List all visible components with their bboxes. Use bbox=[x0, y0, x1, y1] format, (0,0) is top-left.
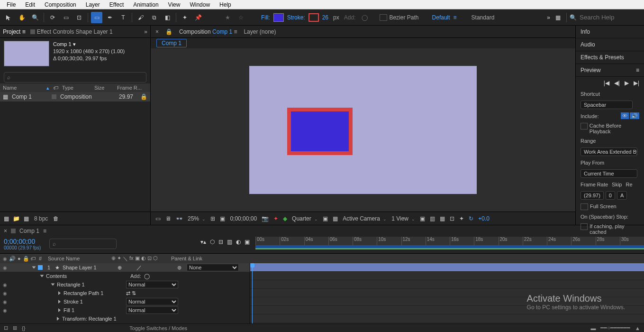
motion-blur-icon[interactable]: ◐ bbox=[236, 239, 241, 245]
camera-dropdown[interactable]: Active Camera bbox=[343, 215, 387, 222]
selection-tool-icon[interactable] bbox=[3, 12, 14, 23]
refresh-icon[interactable]: ↻ bbox=[469, 215, 473, 222]
magnify-icon[interactable]: ▭ bbox=[155, 215, 161, 222]
menu-edit[interactable]: Edit bbox=[20, 0, 40, 9]
time-ruler[interactable]: 00s02s04s06s08s10s12s14s16s18s20s22s24s2… bbox=[255, 237, 644, 245]
trash-icon[interactable]: 🗑 bbox=[53, 215, 59, 222]
mask-icon[interactable]: 👓 bbox=[176, 215, 183, 222]
layer-shape-layer-1[interactable]: 1 ★ Shape Layer 1 ⊕／ ⊚ None bbox=[0, 263, 250, 272]
new-folder-icon[interactable]: 📁 bbox=[13, 215, 20, 222]
lock-column-icon[interactable]: 🔒 bbox=[23, 256, 29, 262]
label-column-icon[interactable]: 🏷 bbox=[30, 256, 36, 261]
menu-animation[interactable]: Animation bbox=[128, 0, 163, 9]
project-item-comp1[interactable]: ▦ Comp 1 Composition 29.97 🔒 bbox=[0, 92, 150, 101]
clone-tool-icon[interactable]: ⧉ bbox=[148, 12, 160, 23]
panel-overflow-icon[interactable]: » bbox=[144, 28, 147, 35]
color-icon[interactable]: ◆ bbox=[283, 215, 287, 222]
timeline-tracks[interactable] bbox=[250, 263, 644, 323]
bpc-button[interactable]: 8 bpc bbox=[34, 215, 48, 222]
layer-color-label[interactable] bbox=[38, 265, 43, 270]
blend-mode-dropdown[interactable]: Normal bbox=[126, 281, 178, 288]
menu-layer[interactable]: Layer bbox=[81, 0, 105, 9]
sync-icon[interactable]: ▦ bbox=[552, 12, 563, 23]
viewer[interactable] bbox=[151, 48, 575, 212]
frame-blend-icon[interactable]: ▥ bbox=[227, 239, 232, 245]
add-shape-dropdown-icon[interactable]: ◯ bbox=[359, 12, 370, 23]
rectangle-1-group[interactable]: Rectangle 1 Normal bbox=[0, 280, 250, 289]
orbit-tool-icon[interactable]: ⟳ bbox=[47, 12, 58, 23]
menu-window[interactable]: Window bbox=[185, 0, 215, 9]
screen-mode-dropdown[interactable]: Standard bbox=[472, 14, 495, 21]
draft3d-icon[interactable]: ⬡ bbox=[210, 239, 215, 245]
stroke-1[interactable]: Stroke 1 Normal bbox=[0, 297, 250, 306]
timecode-display[interactable]: 0;00;00;00 bbox=[230, 215, 257, 222]
star-stroke-icon[interactable]: ☆ bbox=[235, 12, 246, 23]
shy-icon[interactable]: ⊟ bbox=[218, 239, 223, 245]
fill-color-swatch[interactable] bbox=[273, 13, 284, 22]
view-opt4-icon[interactable]: ⊡ bbox=[450, 215, 454, 222]
zoom-in-icon[interactable]: ▲ bbox=[635, 325, 640, 331]
search-help-input[interactable]: 🔍 bbox=[570, 14, 641, 21]
workspace-dropdown[interactable]: Default bbox=[432, 14, 450, 21]
lock-icon[interactable]: 🔒 bbox=[140, 93, 147, 100]
breadcrumb[interactable]: Comp 1 bbox=[151, 38, 575, 48]
hand-tool-icon[interactable]: ✋ bbox=[16, 12, 27, 23]
channel-icon[interactable]: ✦ bbox=[273, 215, 278, 222]
zoom-slider[interactable]: ━━○━━━━━━ bbox=[600, 325, 630, 331]
guides-icon[interactable]: ▣ bbox=[220, 215, 225, 222]
add-shape-icon[interactable]: ◯ bbox=[144, 273, 150, 279]
toggle-switches-modes[interactable]: Toggle Switches / Modes bbox=[129, 325, 187, 331]
play-from-dropdown[interactable]: Current Time bbox=[581, 169, 637, 178]
lock-icon[interactable]: 🔒 bbox=[165, 28, 172, 35]
snapshot-icon[interactable]: 📷 bbox=[262, 215, 269, 222]
menu-help[interactable]: Help bbox=[215, 0, 236, 9]
fill-1[interactable]: Fill 1 Normal bbox=[0, 306, 250, 314]
close-tab-icon[interactable]: × bbox=[4, 228, 7, 234]
rectangle-path-1[interactable]: Rectangle Path 1 ⇄ ⇅ bbox=[0, 289, 250, 297]
type-tool-icon[interactable]: T bbox=[118, 12, 129, 23]
menu-effect[interactable]: Effect bbox=[105, 0, 128, 9]
tab-timeline-comp1[interactable]: Comp 1 bbox=[19, 228, 39, 234]
comp-mini-icon[interactable]: ▾▴ bbox=[200, 239, 206, 245]
rectangle-tool-icon[interactable]: ▭ bbox=[91, 12, 102, 23]
graph-editor-icon[interactable]: ▣ bbox=[245, 239, 250, 245]
contents-group[interactable]: Contents Add: ◯ bbox=[0, 272, 250, 280]
range-dropdown[interactable]: Work Area Extended By C bbox=[581, 148, 637, 156]
bezier-checkbox[interactable]: Bezier Path bbox=[380, 14, 418, 21]
tab-project[interactable]: Project ≡ bbox=[3, 28, 26, 35]
menu-icon[interactable]: ≡ bbox=[454, 14, 457, 21]
blend-mode-dropdown[interactable]: Normal bbox=[126, 298, 178, 305]
menu-view[interactable]: View bbox=[163, 0, 185, 9]
stroke-color-swatch[interactable] bbox=[308, 13, 319, 22]
footer-icon-2[interactable]: ⊞ bbox=[13, 325, 17, 331]
eraser-tool-icon[interactable]: ◧ bbox=[162, 12, 173, 23]
panel-info[interactable]: Info bbox=[576, 26, 644, 38]
panel-effects-presets[interactable]: Effects & Presets bbox=[576, 51, 644, 64]
stroke-width-value[interactable]: 26 bbox=[322, 14, 328, 21]
footer-icon-3[interactable]: {} bbox=[22, 325, 25, 331]
zoom-tool-icon[interactable]: 🔍 bbox=[29, 12, 41, 23]
play-icon[interactable]: ▶ bbox=[625, 80, 629, 86]
menu-composition[interactable]: Composition bbox=[40, 0, 81, 9]
view-opt2-icon[interactable]: ▥ bbox=[430, 215, 435, 222]
roto-tool-icon[interactable]: ✦ bbox=[179, 12, 190, 23]
view-opt5-icon[interactable]: ✦ bbox=[459, 215, 464, 222]
view-opt1-icon[interactable]: ▣ bbox=[420, 215, 425, 222]
current-time-display[interactable]: 0;00;00;00 00000 (29.97 fps) bbox=[0, 237, 47, 251]
canvas[interactable] bbox=[249, 66, 477, 194]
camera-tool-icon[interactable]: ▭ bbox=[60, 12, 72, 23]
parent-dropdown[interactable]: None bbox=[187, 264, 239, 271]
menu-file[interactable]: File bbox=[2, 0, 20, 9]
playhead[interactable] bbox=[252, 263, 253, 323]
tab-layer[interactable]: Layer (none) bbox=[244, 28, 276, 35]
blend-mode-dropdown[interactable]: Normal bbox=[126, 306, 178, 314]
visibility-toggle[interactable] bbox=[3, 265, 7, 270]
view-opt3-icon[interactable]: ▦ bbox=[440, 215, 445, 222]
view-dropdown[interactable]: 1 View bbox=[391, 215, 415, 222]
timeline-search-input[interactable]: ⌕ bbox=[49, 239, 117, 249]
prev-frame-icon[interactable]: ◀| bbox=[614, 80, 620, 86]
stroke-label[interactable]: Stroke: bbox=[287, 14, 305, 21]
audio-column-icon[interactable]: 🔊 bbox=[9, 256, 16, 262]
zoom-dropdown[interactable]: 25% bbox=[188, 215, 206, 222]
roi-icon[interactable]: ▣ bbox=[323, 215, 328, 222]
